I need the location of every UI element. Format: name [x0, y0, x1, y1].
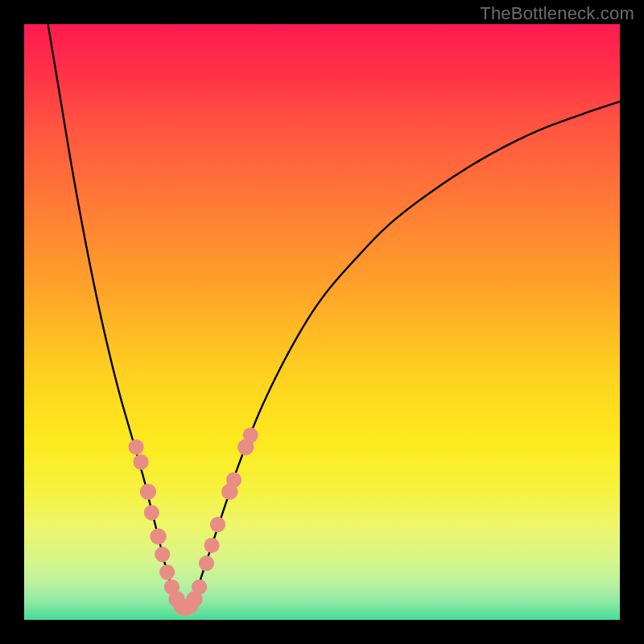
- data-marker: [150, 528, 166, 544]
- data-marker: [192, 580, 207, 595]
- data-marker: [144, 505, 159, 520]
- data-marker: [243, 427, 258, 443]
- chart-frame: TheBottleneck.com: [0, 0, 644, 644]
- data-marker: [226, 473, 242, 488]
- data-marker: [204, 538, 220, 553]
- chart-svg: [24, 24, 620, 620]
- data-marker: [155, 547, 170, 562]
- marker-group: [129, 427, 258, 616]
- curve-right-branch: [185, 101, 620, 608]
- data-marker: [140, 484, 156, 500]
- data-marker: [210, 517, 225, 532]
- data-marker: [133, 454, 148, 469]
- curve-group: [48, 24, 620, 608]
- watermark-label: TheBottleneck.com: [480, 3, 634, 24]
- chart-plot-area: [24, 24, 620, 620]
- data-marker: [159, 564, 175, 580]
- curve-left-branch: [48, 24, 185, 608]
- data-marker: [199, 555, 214, 571]
- data-marker: [129, 440, 144, 455]
